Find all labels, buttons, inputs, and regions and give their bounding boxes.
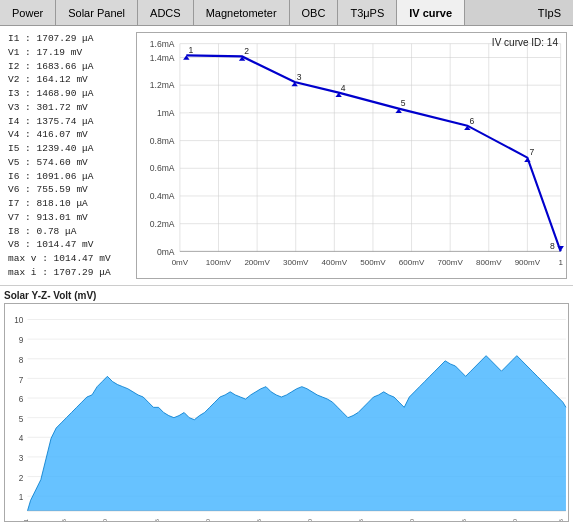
- svg-marker-46: [524, 158, 530, 162]
- data-line: I1 : 1707.29 μA: [8, 32, 130, 46]
- svg-text:1.6mA: 1.6mA: [150, 39, 175, 49]
- data-line: I7 : 818.10 μA: [8, 197, 130, 211]
- svg-text:9: 9: [19, 336, 24, 345]
- data-line: max i : 1707.29 μA: [8, 266, 130, 280]
- data-line: I5 : 1239.40 μA: [8, 142, 130, 156]
- tab-adcs[interactable]: ADCS: [138, 0, 194, 25]
- svg-text:500mV: 500mV: [360, 258, 386, 267]
- svg-text:8: 8: [19, 356, 24, 365]
- svg-text:800mV: 800mV: [476, 258, 502, 267]
- svg-text:1: 1: [19, 493, 24, 502]
- svg-text:t10: t10: [101, 518, 108, 521]
- svg-text:100mV: 100mV: [206, 258, 232, 267]
- solar-chart-title: Solar Y-Z- Volt (mV): [4, 290, 569, 301]
- svg-text:4: 4: [19, 434, 24, 443]
- data-line: V4 : 416.07 mV: [8, 128, 130, 142]
- svg-text:6: 6: [19, 395, 24, 404]
- svg-text:t55: t55: [557, 518, 564, 521]
- svg-text:1: 1: [188, 45, 193, 55]
- svg-text:1mA: 1mA: [157, 108, 175, 118]
- svg-text:t25: t25: [255, 518, 262, 521]
- svg-text:1: 1: [558, 258, 563, 267]
- tips-tab[interactable]: TIpS: [526, 0, 573, 25]
- tab-power[interactable]: Power: [0, 0, 56, 25]
- tab-iv-curve[interactable]: IV curve: [397, 0, 465, 25]
- tab-magnetometer[interactable]: Magnetometer: [194, 0, 290, 25]
- svg-text:t15: t15: [153, 518, 160, 521]
- svg-text:600mV: 600mV: [399, 258, 425, 267]
- svg-text:0.4mA: 0.4mA: [150, 191, 175, 201]
- svg-text:0mA: 0mA: [157, 247, 175, 257]
- svg-text:4: 4: [341, 83, 346, 93]
- data-line: V2 : 164.12 mV: [8, 73, 130, 87]
- svg-text:10: 10: [14, 316, 24, 325]
- svg-text:t35: t35: [357, 518, 364, 521]
- iv-chart-area: IV curve ID: 14: [136, 32, 567, 279]
- tab-solar-panel[interactable]: Solar Panel: [56, 0, 138, 25]
- svg-text:3: 3: [19, 454, 24, 463]
- svg-text:1.2mA: 1.2mA: [150, 80, 175, 90]
- svg-text:1.4mA: 1.4mA: [150, 53, 175, 63]
- svg-text:t50: t50: [511, 518, 518, 521]
- tab-obc[interactable]: OBC: [290, 0, 339, 25]
- svg-text:5: 5: [19, 415, 24, 424]
- svg-text:0.6mA: 0.6mA: [150, 164, 175, 174]
- svg-text:t5: t5: [60, 518, 67, 521]
- svg-text:0.2mA: 0.2mA: [150, 219, 175, 229]
- svg-text:6: 6: [469, 116, 474, 126]
- svg-text:7: 7: [19, 376, 24, 385]
- data-line: max v : 1014.47 mV: [8, 252, 130, 266]
- iv-curve-label: IV curve ID: 14: [492, 37, 558, 48]
- data-line: I2 : 1683.66 μA: [8, 60, 130, 74]
- data-line: V5 : 574.60 mV: [8, 156, 130, 170]
- data-line: I3 : 1468.90 μA: [8, 87, 130, 101]
- iv-curve-svg: 0mA 0.2mA 0.4mA 0.6mA 0.8mA 1mA 1.2mA 1.…: [137, 33, 566, 278]
- solar-chart-container: 10 9 8 7 6 5 4 3 2 1: [4, 303, 569, 522]
- data-line: I6 : 1091.06 μA: [8, 170, 130, 184]
- data-line: V6 : 755.59 mV: [8, 183, 130, 197]
- svg-text:0.8mA: 0.8mA: [150, 136, 175, 146]
- svg-text:7: 7: [530, 148, 535, 158]
- data-line: V7 : 913.01 mV: [8, 211, 130, 225]
- solar-panel: Solar Y-Z- Volt (mV) 10 9 8 7 6 5 4 3 2 …: [0, 286, 573, 526]
- data-line: V1 : 17.19 mV: [8, 46, 130, 60]
- svg-text:900mV: 900mV: [515, 258, 541, 267]
- main-content: I1 : 1707.29 μAV1 : 17.19 mVI2 : 1683.66…: [0, 26, 573, 526]
- tab-bar: Power Solar Panel ADCS Magnetometer OBC …: [0, 0, 573, 26]
- svg-text:t1: t1: [22, 518, 29, 521]
- svg-text:t20: t20: [204, 518, 211, 521]
- svg-text:5: 5: [401, 99, 406, 109]
- svg-text:3: 3: [297, 72, 302, 82]
- data-line: I4 : 1375.74 μA: [8, 115, 130, 129]
- svg-text:0mV: 0mV: [172, 258, 189, 267]
- data-column: I1 : 1707.29 μAV1 : 17.19 mVI2 : 1683.66…: [4, 30, 134, 281]
- svg-text:t40: t40: [408, 518, 415, 521]
- solar-chart-svg: 10 9 8 7 6 5 4 3 2 1: [5, 304, 568, 521]
- iv-panel: I1 : 1707.29 μAV1 : 17.19 mVI2 : 1683.66…: [0, 26, 573, 286]
- svg-text:8: 8: [550, 241, 555, 251]
- svg-text:t30: t30: [306, 518, 313, 521]
- svg-text:200mV: 200mV: [244, 258, 270, 267]
- data-line: I8 : 0.78 μA: [8, 225, 130, 239]
- tab-t3ups[interactable]: T3μPS: [338, 0, 397, 25]
- svg-text:2: 2: [244, 46, 249, 56]
- svg-text:2: 2: [19, 474, 24, 483]
- data-line: V8 : 1014.47 mV: [8, 238, 130, 252]
- svg-text:300mV: 300mV: [283, 258, 309, 267]
- svg-text:700mV: 700mV: [437, 258, 463, 267]
- svg-marker-47: [557, 246, 563, 251]
- data-line: V3 : 301.72 mV: [8, 101, 130, 115]
- svg-text:t45: t45: [460, 518, 467, 521]
- svg-text:400mV: 400mV: [322, 258, 348, 267]
